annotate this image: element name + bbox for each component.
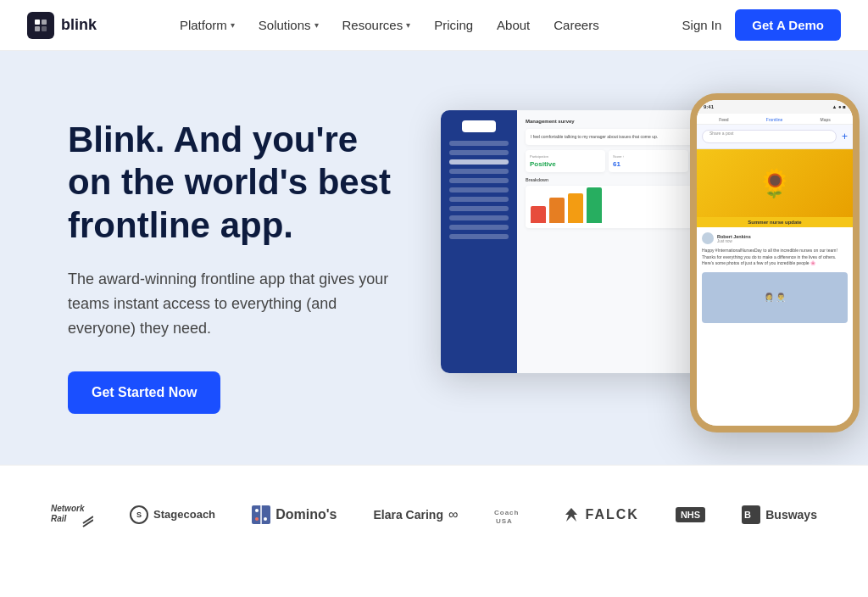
- post-image: 👩‍⚕️ 👨‍⚕️: [702, 272, 848, 323]
- falck-bird-icon: [562, 506, 581, 523]
- share-icon: +: [842, 131, 848, 142]
- share-placeholder: Share a post: [709, 131, 733, 136]
- busways-icon: B: [742, 505, 760, 524]
- phone-nav-feed: Feed: [719, 117, 728, 122]
- post-header: Robert Jenkins Just now: [702, 232, 848, 244]
- nav-careers[interactable]: Careers: [554, 18, 598, 32]
- svg-rect-0: [35, 20, 40, 25]
- svg-text:Coach: Coach: [494, 509, 519, 516]
- hero-subtitle: The award-winning frontline app that giv…: [68, 267, 407, 340]
- nav-about[interactable]: About: [497, 18, 530, 32]
- dashboard-sidebar: [441, 110, 517, 373]
- logo-elara: Elara Caring ∞: [373, 507, 458, 522]
- phone-screen: 9:41 ▲ ● ■ Feed Frontline Maps Share a p…: [697, 100, 853, 426]
- svg-text:USA: USA: [496, 517, 513, 525]
- bar-1: [531, 206, 546, 223]
- svg-point-10: [264, 517, 267, 521]
- metric-value: Positive: [530, 160, 601, 168]
- metric-label: Participation: [530, 154, 601, 159]
- sidebar-item: [449, 141, 509, 146]
- bottom-section: Blink. And there's no more them and us.: [0, 564, 868, 597]
- post-image-placeholder: 👩‍⚕️ 👨‍⚕️: [764, 293, 787, 302]
- post-text: Happy #InternationalNursesDay to all the…: [702, 248, 848, 267]
- sidebar-logo: [462, 120, 496, 132]
- logo-networkrail: Network Rail: [51, 499, 93, 530]
- sidebar-item: [449, 150, 509, 155]
- get-started-button[interactable]: Get Started Now: [68, 371, 220, 414]
- stagecoach-label: Stagecoach: [153, 508, 215, 521]
- sidebar-item: [449, 225, 509, 230]
- phone-hero-image: 🌻: [697, 149, 853, 217]
- logo-coachusa: Coach USA: [494, 505, 525, 525]
- elara-icon: ∞: [448, 507, 458, 522]
- get-demo-button[interactable]: Get A Demo: [735, 9, 841, 41]
- bar-2: [549, 198, 565, 223]
- metric-positive: Participation Positive: [526, 150, 605, 172]
- sidebar-item-active: [449, 159, 509, 165]
- svg-text:B: B: [744, 510, 751, 520]
- svg-rect-1: [42, 20, 47, 25]
- logo-busways: B Busways: [742, 505, 817, 524]
- hero-section: Blink. And you're on the world's best fr…: [0, 51, 868, 465]
- sidebar-item: [449, 169, 509, 174]
- post-meta: Robert Jenkins Just now: [717, 234, 751, 243]
- chevron-down-icon: ▾: [406, 20, 410, 30]
- bar-4: [587, 187, 602, 223]
- phone-statusbar: 9:41 ▲ ● ■: [697, 100, 853, 114]
- metric-score: Score ↑ 61: [609, 150, 688, 172]
- summer-update-label: Summer nurse update: [697, 217, 853, 227]
- networkrail-icon: Network Rail: [51, 499, 93, 530]
- nhs-box: NHS: [676, 507, 705, 522]
- sidebar-item: [449, 206, 509, 211]
- chevron-down-icon: ▾: [314, 20, 319, 30]
- phone-share-bar: Share a post +: [697, 125, 853, 149]
- phone-nav: Feed Frontline Maps: [697, 114, 853, 125]
- logo-nhs: NHS: [676, 507, 705, 522]
- hero-visuals: Management survey I feel comfortable tal…: [407, 93, 868, 449]
- nav-pricing[interactable]: Pricing: [434, 18, 473, 32]
- nav-links: Platform ▾ Solutions ▾ Resources ▾ Prici…: [180, 18, 599, 32]
- nav-resources[interactable]: Resources ▾: [342, 18, 411, 32]
- logo-dominos: Domino's: [252, 505, 337, 524]
- svg-point-9: [255, 509, 259, 512]
- post-time: Just now: [717, 239, 751, 243]
- hero-title: Blink. And you're on the world's best fr…: [68, 119, 407, 247]
- logo-text: blink: [61, 16, 97, 34]
- chevron-down-icon: ▾: [231, 20, 235, 30]
- sign-in-link[interactable]: Sign In: [682, 18, 722, 32]
- phone-nav-maps: Maps: [821, 117, 831, 122]
- logo-stagecoach: S Stagecoach: [130, 505, 215, 524]
- navbar: blink Platform ▾ Solutions ▾ Resources ▾…: [0, 0, 868, 51]
- sunflower-graphic: 🌻: [758, 167, 792, 199]
- nav-actions: Sign In Get A Demo: [682, 9, 841, 41]
- phone-mockup: 9:41 ▲ ● ■ Feed Frontline Maps Share a p…: [690, 93, 860, 432]
- sidebar-item: [449, 234, 509, 239]
- stagecoach-circle: S: [130, 505, 148, 524]
- bar-3: [568, 193, 583, 223]
- nhs-label: NHS: [681, 510, 700, 520]
- metric-value: 61: [613, 160, 684, 168]
- post-author: Robert Jenkins: [717, 234, 751, 239]
- elara-label: Elara Caring: [373, 508, 442, 522]
- nav-platform[interactable]: Platform ▾: [180, 18, 235, 32]
- logo-falck: FALCK: [562, 506, 639, 523]
- phone-post: Robert Jenkins Just now Happy #Internati…: [697, 227, 853, 328]
- dominos-label: Domino's: [275, 507, 337, 522]
- falck-label: FALCK: [586, 507, 639, 522]
- busways-label: Busways: [765, 508, 817, 522]
- sidebar-item: [449, 178, 509, 183]
- svg-text:Rail: Rail: [51, 514, 67, 523]
- logos-strip: Network Rail S Stagecoach Domino's Elara…: [0, 465, 868, 564]
- phone-time: 9:41: [704, 104, 714, 109]
- sidebar-item: [449, 197, 509, 202]
- phone-status-icons: ▲ ● ■: [832, 104, 846, 109]
- logo[interactable]: blink: [27, 12, 97, 39]
- svg-rect-2: [35, 26, 40, 31]
- share-input[interactable]: Share a post: [702, 130, 837, 143]
- phone-nav-frontline: Frontline: [766, 117, 782, 122]
- nav-solutions[interactable]: Solutions ▾: [259, 18, 319, 32]
- svg-text:Network: Network: [51, 504, 85, 513]
- dominos-icon: [252, 505, 270, 524]
- metric-label: Score ↑: [613, 154, 684, 159]
- logo-icon: [27, 12, 54, 39]
